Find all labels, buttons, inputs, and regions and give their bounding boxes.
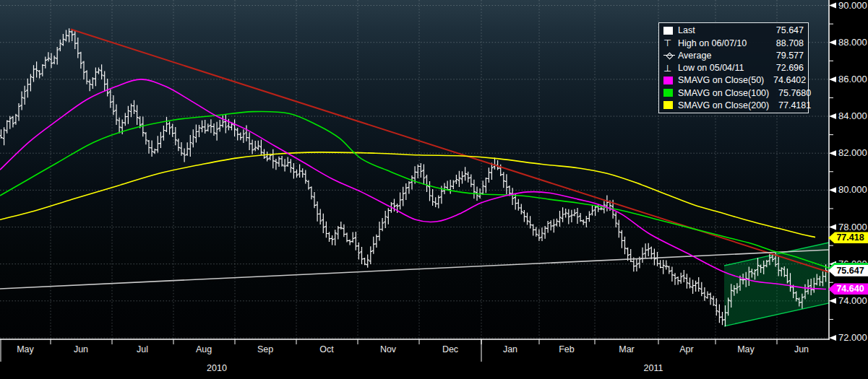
legend-value: 75.647 <box>762 25 804 35</box>
y-axis-label-80.000: 80.000 <box>838 184 867 196</box>
legend-label: Average <box>678 51 762 61</box>
y-major-tick-arrow <box>829 150 836 156</box>
month-label-jul: Jul <box>137 344 148 354</box>
y-major-tick-arrow <box>829 40 836 45</box>
y-axis-label-78.000: 78.000 <box>838 222 867 233</box>
y-major-tick-arrow <box>829 187 836 193</box>
y-axis-label-72.000: 72.000 <box>838 332 867 344</box>
y-axis-label-88.000: 88.000 <box>838 37 867 48</box>
smavg-line-200 <box>0 152 815 238</box>
month-label-feb: Feb <box>559 344 575 354</box>
legend-row-last[interactable]: Last75.647 <box>663 25 804 36</box>
legend-label: High on 06/07/10 <box>678 38 762 48</box>
legend-label: Low on 05/04/11 <box>678 63 762 73</box>
price-tag-smavg200: 77.418 <box>828 232 868 243</box>
month-label-jun: Jun <box>74 344 88 354</box>
y-axis-label-84.000: 84.000 <box>838 110 867 122</box>
chart-legend: Last75.647⊤High on 06/07/1088.708Average… <box>658 22 809 113</box>
legend-value: 74.6402 <box>764 75 806 85</box>
legend-value: 77.4181 <box>769 100 811 110</box>
month-label-aug: Aug <box>196 344 212 354</box>
y-major-tick-arrow <box>829 225 836 230</box>
legend-row-high[interactable]: ⊤High on 06/07/1088.708 <box>663 38 804 49</box>
y-axis-label-82.000: 82.000 <box>838 147 867 159</box>
y-major-tick-arrow <box>829 335 836 341</box>
y-major-tick-arrow <box>829 77 836 82</box>
average-marker-icon <box>663 52 678 58</box>
legend-row-smavg200[interactable]: SMAVG on Close(200)77.4181 <box>663 100 804 111</box>
month-label-mar: Mar <box>619 344 635 354</box>
y-major-tick-arrow <box>829 3 836 9</box>
year-label-2010: 2010 <box>207 363 227 373</box>
legend-row-average[interactable]: Average79.577 <box>663 50 804 61</box>
legend-label: SMAVG on Close(50) <box>678 75 764 85</box>
year-label-2011: 2011 <box>644 363 663 373</box>
month-label-may: May <box>17 344 34 354</box>
legend-label: Last <box>678 25 762 35</box>
month-label-dec: Dec <box>442 344 458 354</box>
high-marker-icon: ⊤ <box>663 38 678 48</box>
month-label-nov: Nov <box>380 344 396 354</box>
legend-row-smavg50[interactable]: SMAVG on Close(50)74.6402 <box>663 74 804 86</box>
smavg200-swatch-icon <box>663 101 678 109</box>
legend-value: 75.7680 <box>769 88 811 98</box>
bloomberg-chart-window: 90.00088.00086.00084.00082.00080.00078.0… <box>0 0 868 379</box>
legend-row-smavg100[interactable]: SMAVG on Close(100)75.7680 <box>663 87 804 99</box>
month-label-jan: Jan <box>503 344 517 354</box>
month-label-may: May <box>737 344 755 354</box>
legend-value: 88.708 <box>762 38 804 48</box>
legend-value: 72.696 <box>762 63 804 73</box>
last-swatch-icon <box>663 27 678 35</box>
price-tag-smavg50: 74.640 <box>828 283 868 295</box>
y-axis-label-74.000: 74.000 <box>838 295 867 307</box>
legend-value: 79.577 <box>762 51 804 61</box>
month-label-oct: Oct <box>319 344 333 354</box>
smavg50-swatch-icon <box>663 77 678 84</box>
trendline-support <box>0 250 829 289</box>
legend-label: SMAVG on Close(100) <box>678 88 769 98</box>
y-axis-label-90.000: 90.000 <box>838 0 867 12</box>
month-label-jun: Jun <box>794 344 809 354</box>
smavg100-swatch-icon <box>663 89 678 97</box>
month-label-sep: Sep <box>257 344 273 354</box>
y-axis-label-86.000: 86.000 <box>838 74 867 85</box>
y-major-tick-arrow <box>829 298 836 304</box>
month-label-apr: Apr <box>679 344 693 354</box>
price-tag-last: 75.647 <box>828 265 868 276</box>
low-marker-icon: ⊥ <box>663 64 678 73</box>
legend-row-low[interactable]: ⊥Low on 05/04/1172.696 <box>663 62 804 74</box>
y-major-tick-arrow <box>829 113 836 119</box>
legend-label: SMAVG on Close(200) <box>678 100 769 110</box>
